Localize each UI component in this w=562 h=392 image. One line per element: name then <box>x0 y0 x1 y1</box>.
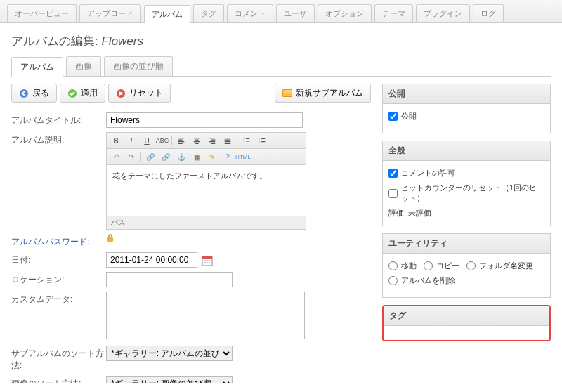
clean-icon[interactable]: ✎ <box>206 151 218 162</box>
top-tab-7[interactable]: テーマ <box>374 4 413 22</box>
hit-reset-label[interactable]: ヒットカウンターのリセット（1回のヒット） <box>388 183 544 204</box>
svg-text:2: 2 <box>259 140 261 143</box>
location-label: ロケーション: <box>11 272 106 286</box>
underline-icon[interactable]: U <box>140 135 153 146</box>
content: 戻る 適用 リセット 新規サブアルバム アルバムタイトル: アルバム説明: <box>0 77 562 392</box>
album-password-label[interactable]: アルバムパスワード: <box>11 234 106 248</box>
align-left-icon[interactable] <box>175 135 188 146</box>
delete-radio[interactable] <box>388 276 398 285</box>
page-title-name: Flowers <box>101 34 143 48</box>
image-sort-label: 画像のソート方法: <box>11 376 106 383</box>
anchor-icon[interactable]: ⚓ <box>175 151 188 162</box>
top-tab-8[interactable]: プラグイン <box>416 4 470 22</box>
back-button[interactable]: 戻る <box>11 84 57 103</box>
sub-tabs: アルバム画像画像の並び順 <box>11 56 551 77</box>
calendar-icon[interactable] <box>202 255 213 266</box>
toolbar: 戻る 適用 リセット 新規サブアルバム <box>11 84 371 103</box>
sub-tab-0[interactable]: アルバム <box>11 57 63 77</box>
utility-panel-head: ユーティリティ <box>383 234 550 254</box>
top-tab-0[interactable]: オーバービュー <box>7 4 77 22</box>
top-tab-4[interactable]: コメント <box>227 4 273 22</box>
image-icon[interactable]: ▦ <box>190 151 203 162</box>
subalbum-sort-select[interactable]: *ギャラリー: アルバムの並び順 <box>106 346 233 361</box>
html-icon[interactable]: HTML <box>237 151 249 162</box>
album-title-input[interactable] <box>106 112 303 128</box>
main-column: 戻る 適用 リセット 新規サブアルバム アルバムタイトル: アルバム説明: <box>11 84 371 383</box>
svg-rect-7 <box>107 237 113 242</box>
top-tabs: オーバービューアップロードアルバムタグコメントユーザオプションテーマプラグインロ… <box>0 0 562 23</box>
unlink-icon[interactable]: 🔗 <box>159 151 172 162</box>
apply-button[interactable]: 適用 <box>60 84 105 103</box>
back-icon <box>19 89 29 98</box>
top-tab-9[interactable]: ログ <box>473 4 504 22</box>
date-input[interactable] <box>106 252 197 268</box>
page-title-prefix: アルバムの編集: <box>11 34 98 48</box>
location-input[interactable] <box>106 272 233 287</box>
publish-panel-head: 公開 <box>383 84 550 104</box>
sub-tab-1[interactable]: 画像 <box>66 56 101 76</box>
custom-data-textarea[interactable] <box>106 292 305 339</box>
lock-icon <box>106 234 115 242</box>
image-sort-select[interactable]: *ギャラリー: 画像の並び順 <box>106 376 233 383</box>
move-radio[interactable] <box>388 261 398 270</box>
tag-panel: タグ <box>382 305 551 341</box>
align-center-icon[interactable] <box>190 135 203 146</box>
top-tab-5[interactable]: ユーザ <box>276 4 315 22</box>
publish-checkbox-label[interactable]: 公開 <box>388 111 544 122</box>
link-icon[interactable]: 🔗 <box>144 151 157 162</box>
move-radio-label[interactable]: 移動 <box>388 261 417 271</box>
subalbum-sort-label: サブアルバムのソート方法: <box>11 346 106 372</box>
apply-icon <box>67 89 77 98</box>
publish-checkbox[interactable] <box>388 112 398 121</box>
top-tab-3[interactable]: タグ <box>193 4 224 22</box>
copy-radio[interactable] <box>424 261 433 270</box>
align-justify-icon[interactable] <box>221 135 234 146</box>
publish-panel: 公開 公開 <box>382 84 551 133</box>
rename-radio[interactable] <box>466 261 476 270</box>
top-tab-6[interactable]: オプション <box>318 4 372 22</box>
rich-text-editor: B I U ABC 12 ↶ <box>106 132 306 230</box>
comment-allow-label[interactable]: コメントの許可 <box>388 168 544 178</box>
side-column: 公開 公開 全般 コメントの許可 ヒットカウンターのリセット（1回のヒット） 評… <box>382 84 551 383</box>
delete-radio-label[interactable]: アルバムを削除 <box>388 275 544 286</box>
help-icon[interactable]: ? <box>221 151 234 162</box>
top-tab-2[interactable]: アルバム <box>144 5 190 23</box>
utility-panel: ユーティリティ 移動 コピー フォルダ名変更 アルバムを削除 <box>382 233 551 298</box>
editor-toolbar-1: B I U ABC 12 <box>107 133 306 149</box>
album-desc-label: アルバム説明: <box>11 132 106 146</box>
redo-icon[interactable]: ↷ <box>125 151 138 162</box>
svg-rect-9 <box>202 256 212 259</box>
date-label: 日付: <box>11 252 106 266</box>
reset-button[interactable]: リセット <box>108 84 171 103</box>
custom-data-label: カスタムデータ: <box>11 292 106 306</box>
sub-tab-2[interactable]: 画像の並び順 <box>104 56 173 76</box>
editor-toolbar-2: ↶ ↷ 🔗 🔗 ⚓ ▦ ✎ ? HTML <box>107 149 306 165</box>
reset-icon <box>116 89 126 98</box>
editor-body[interactable]: 花をテーマにしたファーストアルバムです。 <box>107 165 306 216</box>
folder-icon <box>282 89 292 97</box>
page-title: アルバムの編集: Flowers <box>0 23 562 56</box>
tag-panel-head: タグ <box>384 306 549 326</box>
album-title-label: アルバムタイトル: <box>11 112 106 126</box>
italic-icon[interactable]: I <box>125 135 138 146</box>
rating-text: 評価: 未評価 <box>388 208 544 218</box>
top-tab-1[interactable]: アップロード <box>79 4 141 22</box>
new-subalbum-button[interactable]: 新規サブアルバム <box>275 84 371 103</box>
bold-icon[interactable]: B <box>110 135 122 146</box>
svg-point-4 <box>244 141 245 142</box>
copy-radio-label[interactable]: コピー <box>424 261 459 271</box>
hit-reset-checkbox[interactable] <box>388 189 398 198</box>
list-ol-icon[interactable]: 12 <box>256 135 268 146</box>
comment-allow-checkbox[interactable] <box>388 169 398 178</box>
general-panel-head: 全般 <box>383 141 550 161</box>
list-ul-icon[interactable] <box>240 135 253 146</box>
align-right-icon[interactable] <box>206 135 218 146</box>
undo-icon[interactable]: ↶ <box>110 151 122 162</box>
svg-point-3 <box>244 138 245 140</box>
strike-icon[interactable]: ABC <box>156 135 169 146</box>
editor-path: パス: <box>107 216 306 229</box>
rename-radio-label[interactable]: フォルダ名変更 <box>466 261 533 271</box>
svg-point-0 <box>20 89 28 98</box>
general-panel: 全般 コメントの許可 ヒットカウンターのリセット（1回のヒット） 評価: 未評価 <box>382 141 551 226</box>
